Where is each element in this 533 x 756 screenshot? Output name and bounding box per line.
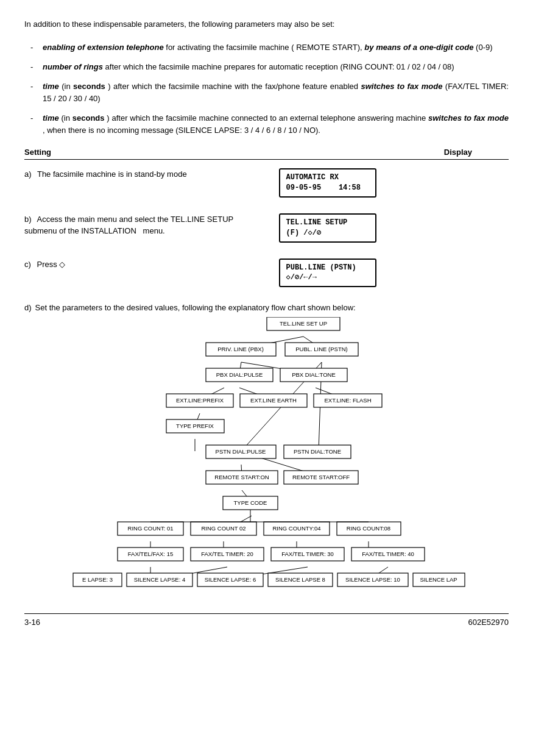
section-header: Setting Display xyxy=(24,148,509,160)
bullet-3-text2: ) after which the facsimile machine with… xyxy=(108,82,361,91)
bullet-4-bold1: time xyxy=(43,113,59,123)
step-c-label: c) Press ◇ xyxy=(24,259,267,271)
flowchart-section: TEL.LINE SET UP PRIV. LINE (PBX) PUBL. L… xyxy=(24,317,509,602)
step-a-letter: a) xyxy=(24,169,32,179)
step-d-letter: d) xyxy=(24,303,32,312)
bullet-3-text1: (in xyxy=(62,82,73,91)
step-d-header: d) Set the parameters to the desired val… xyxy=(24,303,356,312)
step-c-text: Press ◇ xyxy=(37,260,65,269)
header-setting: Setting xyxy=(24,148,267,157)
bullet-2-bold: number of rings xyxy=(43,62,103,71)
svg-text:E LAPSE: 3: E LAPSE: 3 xyxy=(82,576,112,583)
step-b-display: TEL.LINE SETUP (F) /◇/⊘ xyxy=(267,213,509,248)
svg-text:PSTN DIAL:PULSE: PSTN DIAL:PULSE xyxy=(215,448,266,455)
step-a-display: AUTOMATIC RX 09-05-95 14:58 xyxy=(267,168,509,202)
svg-text:FAX/TEL/FAX: 15: FAX/TEL/FAX: 15 xyxy=(127,551,172,557)
step-b-letter: b) xyxy=(24,215,32,224)
intro-text: In addition to these indispensable param… xyxy=(24,18,509,30)
svg-text:PBX DIAL:TONE: PBX DIAL:TONE xyxy=(292,371,336,378)
bullet-4-text2: ) after which the facsimile machine conn… xyxy=(107,113,428,123)
step-a-row: a) The facsimile machine is in stand-by … xyxy=(24,168,509,202)
svg-text:EXT.LINE:PREFIX: EXT.LINE:PREFIX xyxy=(175,397,224,404)
svg-text:RING COUNTY:04: RING COUNTY:04 xyxy=(272,525,320,532)
step-d-row: d) Set the parameters to the desired val… xyxy=(24,303,509,602)
step-a-label: a) The facsimile machine is in stand-by … xyxy=(24,168,267,180)
svg-text:SILENCE LAP: SILENCE LAP xyxy=(420,576,457,583)
bullet-item-2: number of rings after which the facsimil… xyxy=(37,61,509,73)
svg-text:FAX/TEL TIMER: 20: FAX/TEL TIMER: 20 xyxy=(201,551,253,557)
svg-text:FAX/TEL TIMER: 40: FAX/TEL TIMER: 40 xyxy=(362,551,414,557)
svg-text:REMOTE START:ON: REMOTE START:ON xyxy=(214,474,269,480)
svg-text:EXT.LINE: FLASH: EXT.LINE: FLASH xyxy=(324,397,371,404)
lcd-a: AUTOMATIC RX 09-05-95 14:58 xyxy=(279,168,376,198)
svg-text:TYPE PREFIX: TYPE PREFIX xyxy=(176,423,214,429)
lcd-a-line2: 09-05-95 14:58 xyxy=(286,183,369,193)
bullet-3-bold1: time xyxy=(43,82,59,91)
bullet-4-bold2: seconds xyxy=(72,113,105,123)
svg-text:PSTN DIAL:TONE: PSTN DIAL:TONE xyxy=(294,448,341,455)
header-display: Display xyxy=(267,148,509,157)
lcd-c-line2: ◇/⊘/←/→ xyxy=(286,273,369,283)
step-c-letter: c) xyxy=(24,260,31,269)
svg-text:SILENCE LAPSE: 10: SILENCE LAPSE: 10 xyxy=(345,576,400,583)
lcd-b-line1: TEL.LINE SETUP xyxy=(286,218,369,228)
footer-right: 602E52970 xyxy=(468,618,509,627)
bullet-1-bold2: by means of a one-digit code xyxy=(364,43,473,52)
svg-text:TEL.LINE SET UP: TEL.LINE SET UP xyxy=(280,320,327,327)
footer-left: 3-16 xyxy=(24,618,40,627)
svg-text:REMOTE START:OFF: REMOTE START:OFF xyxy=(292,474,349,480)
svg-text:PRIV. LINE (PBX): PRIV. LINE (PBX) xyxy=(217,346,264,352)
page-footer: 3-16 602E52970 xyxy=(24,613,509,627)
bullet-1-text1: for activating the facsimile machine ( R… xyxy=(166,43,362,52)
bullet-4-bold3: switches to fax mode xyxy=(428,113,509,123)
flowchart-svg: TEL.LINE SET UP PRIV. LINE (PBX) PUBL. L… xyxy=(60,317,474,602)
bullet-item-4: time (in seconds ) after which the facsi… xyxy=(37,112,509,137)
bullet-item-3: time (in seconds ) after which the facsi… xyxy=(37,80,509,105)
lcd-b: TEL.LINE SETUP (F) /◇/⊘ xyxy=(279,213,376,243)
svg-text:SILENCE LAPSE: 6: SILENCE LAPSE: 6 xyxy=(204,576,255,583)
lcd-b-line2: (F) /◇/⊘ xyxy=(286,228,369,238)
svg-text:RING COUNT:08: RING COUNT:08 xyxy=(346,525,390,532)
bullet-4-text1: (in xyxy=(62,113,72,123)
svg-text:SILENCE LAPSE 8: SILENCE LAPSE 8 xyxy=(275,576,325,583)
bullet-1-text2: (0-9) xyxy=(476,43,492,52)
svg-text:PBX DIAL:PULSE: PBX DIAL:PULSE xyxy=(216,371,263,378)
svg-text:TYPE CODE: TYPE CODE xyxy=(233,499,267,506)
step-b-row: b) Access the main menu and select the T… xyxy=(24,213,509,248)
bullet-1-bold: enabling of extension telephone xyxy=(43,43,164,52)
bullet-list: enabling of extension telephone for acti… xyxy=(37,41,509,137)
bullet-3-bold3: switches to fax mode xyxy=(361,82,442,91)
lcd-a-line1: AUTOMATIC RX xyxy=(286,173,369,183)
svg-text:RING COUNT: 01: RING COUNT: 01 xyxy=(127,525,173,532)
bullet-3-bold2: seconds xyxy=(73,82,105,91)
svg-text:EXT.LINE EARTH: EXT.LINE EARTH xyxy=(250,397,297,404)
lcd-c-line1: PUBL.LINE (PSTN) xyxy=(286,263,369,273)
step-d-text: Set the parameters to the desired values… xyxy=(35,303,356,312)
svg-text:PUBL. LINE (PSTN): PUBL. LINE (PSTN) xyxy=(295,346,348,352)
step-b-label: b) Access the main menu and select the T… xyxy=(24,213,267,237)
bullet-item-1: enabling of extension telephone for acti… xyxy=(37,41,509,54)
bullet-4-text3: , when there is no incoming message (SIL… xyxy=(43,126,320,135)
bullet-2-text: after which the facsimile machine prepar… xyxy=(105,62,454,71)
step-a-text: The facsimile machine is in stand-by mod… xyxy=(37,169,187,179)
step-c-row: c) Press ◇ PUBL.LINE (PSTN) ◇/⊘/←/→ xyxy=(24,259,509,293)
svg-text:SILENCE LAPSE: 4: SILENCE LAPSE: 4 xyxy=(133,576,185,583)
step-b-text: Access the main menu and select the TEL.… xyxy=(24,215,233,236)
svg-text:FAX/TEL TIMER: 30: FAX/TEL TIMER: 30 xyxy=(281,551,334,557)
step-c-display: PUBL.LINE (PSTN) ◇/⊘/←/→ xyxy=(267,259,509,293)
svg-text:RING COUNT 02: RING COUNT 02 xyxy=(201,525,245,532)
lcd-c: PUBL.LINE (PSTN) ◇/⊘/←/→ xyxy=(279,259,376,288)
